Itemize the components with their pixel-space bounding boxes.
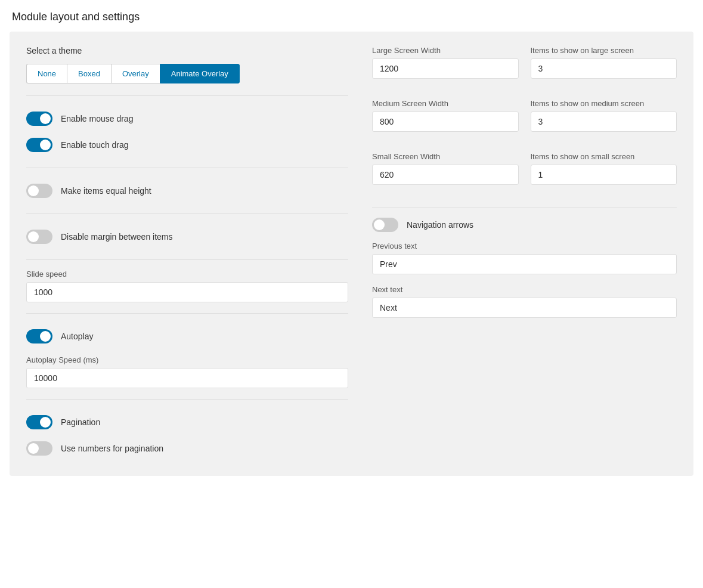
medium-screen-width-input[interactable] [372, 112, 519, 132]
toggle-autoplay[interactable] [26, 329, 52, 343]
prev-text-label: Previous text [372, 242, 677, 250]
toggle-autoplay-slider [26, 329, 52, 343]
toggle-equal-height-slider [26, 184, 52, 198]
slide-speed-input[interactable] [26, 282, 348, 302]
medium-screen-items-group: Items to show on medium screen [531, 99, 677, 132]
nav-arrows-label: Navigation arrows [407, 220, 473, 230]
slide-speed-group: Slide speed [26, 270, 348, 302]
small-screen-items-label: Items to show on small screen [531, 152, 677, 161]
theme-section-label: Select a theme [26, 46, 348, 55]
left-column: Select a theme None Boxed Overlay Animat… [26, 46, 348, 462]
next-text-group: Next text [372, 285, 677, 318]
medium-screen-items-input[interactable] [531, 112, 677, 132]
slide-speed-label: Slide speed [26, 270, 348, 278]
prev-text-group: Previous text [372, 242, 677, 274]
small-screen-width-group: Small Screen Width [372, 152, 519, 185]
toggle-disable-margin[interactable] [26, 230, 52, 244]
divider-3 [26, 213, 348, 214]
theme-button-group: None Boxed Overlay Animate Overlay [26, 64, 348, 83]
toggle-autoplay-label: Autoplay [61, 332, 93, 341]
toggle-equal-height-label: Make items equal height [61, 186, 151, 196]
divider-5 [26, 313, 348, 314]
theme-btn-animate-overlay[interactable]: Animate Overlay [160, 64, 240, 83]
divider-6 [26, 399, 348, 400]
toggle-row-disable-margin: Disable margin between items [26, 224, 348, 250]
toggle-numbers-pagination-slider [26, 441, 52, 456]
large-screen-items-input[interactable] [531, 58, 677, 79]
toggle-equal-height[interactable] [26, 184, 52, 198]
autoplay-speed-input[interactable] [26, 368, 348, 388]
toggle-numbers-pagination[interactable] [26, 441, 52, 456]
toggle-row-autoplay: Autoplay [26, 323, 348, 349]
toggle-row-pagination: Pagination [26, 409, 348, 435]
small-screen-width-label: Small Screen Width [372, 152, 519, 161]
divider-1 [26, 95, 348, 96]
toggle-mouse-drag[interactable] [26, 112, 52, 126]
toggle-touch-drag[interactable] [26, 138, 52, 152]
toggle-row-numbers-pagination: Use numbers for pagination [26, 435, 348, 462]
toggle-touch-drag-slider [26, 138, 52, 152]
two-col-layout: Select a theme None Boxed Overlay Animat… [26, 46, 677, 462]
toggle-pagination[interactable] [26, 415, 52, 429]
screen-settings-grid: Large Screen Width Items to show on larg… [372, 46, 677, 196]
toggle-nav-arrows[interactable] [372, 218, 398, 232]
toggle-row-equal-height: Make items equal height [26, 178, 348, 204]
toggle-disable-margin-label: Disable margin between items [61, 232, 173, 242]
large-screen-width-group: Large Screen Width [372, 46, 519, 79]
toggle-nav-arrows-slider [372, 218, 398, 232]
right-divider-1 [372, 208, 677, 208]
right-column: Large Screen Width Items to show on larg… [372, 46, 677, 462]
large-screen-items-group: Items to show on large screen [531, 46, 677, 79]
next-text-label: Next text [372, 285, 677, 294]
divider-4 [26, 259, 348, 260]
small-screen-items-group: Items to show on small screen [531, 152, 677, 185]
page-title: Module layout and settings [0, 0, 703, 32]
theme-btn-overlay[interactable]: Overlay [111, 64, 160, 83]
medium-screen-items-label: Items to show on medium screen [531, 99, 677, 108]
theme-btn-none[interactable]: None [26, 64, 67, 83]
small-screen-width-input[interactable] [372, 165, 519, 185]
medium-screen-width-group: Medium Screen Width [372, 99, 519, 132]
large-screen-width-input[interactable] [372, 58, 519, 79]
large-screen-items-label: Items to show on large screen [531, 46, 677, 55]
toggle-disable-margin-slider [26, 230, 52, 244]
settings-panel: Select a theme None Boxed Overlay Animat… [10, 32, 693, 476]
toggle-row-mouse-drag: Enable mouse drag [26, 106, 348, 132]
large-screen-width-label: Large Screen Width [372, 46, 519, 55]
medium-screen-width-label: Medium Screen Width [372, 99, 519, 108]
toggle-row-touch-drag: Enable touch drag [26, 132, 348, 158]
next-text-input[interactable] [372, 298, 677, 318]
toggle-pagination-label: Pagination [61, 417, 100, 427]
autoplay-speed-label: Autoplay Speed (ms) [26, 355, 348, 364]
small-screen-items-input[interactable] [531, 165, 677, 185]
divider-2 [26, 168, 348, 168]
theme-btn-boxed[interactable]: Boxed [67, 64, 111, 83]
toggle-pagination-slider [26, 415, 52, 429]
toggle-mouse-drag-slider [26, 112, 52, 126]
toggle-touch-drag-label: Enable touch drag [61, 140, 129, 150]
prev-text-input[interactable] [372, 254, 677, 274]
toggle-mouse-drag-label: Enable mouse drag [61, 114, 133, 123]
nav-arrows-row: Navigation arrows [372, 218, 677, 232]
autoplay-speed-group: Autoplay Speed (ms) [26, 355, 348, 388]
toggle-numbers-pagination-label: Use numbers for pagination [61, 444, 163, 453]
